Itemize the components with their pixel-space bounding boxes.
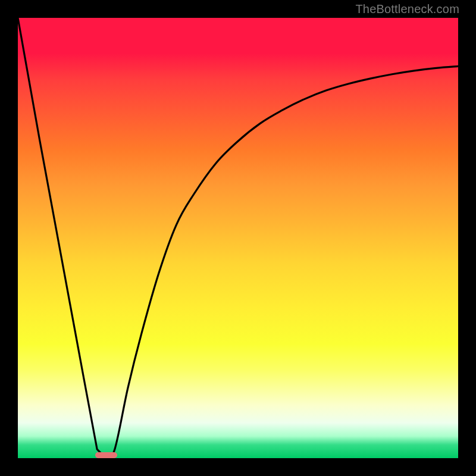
bottleneck-marker [95, 452, 117, 458]
watermark-label: TheBottleneck.com [355, 2, 459, 16]
curve-svg [18, 18, 458, 458]
bottleneck-curve [18, 18, 458, 458]
chart-container: TheBottleneck.com [0, 0, 476, 476]
plot-area [18, 18, 458, 458]
